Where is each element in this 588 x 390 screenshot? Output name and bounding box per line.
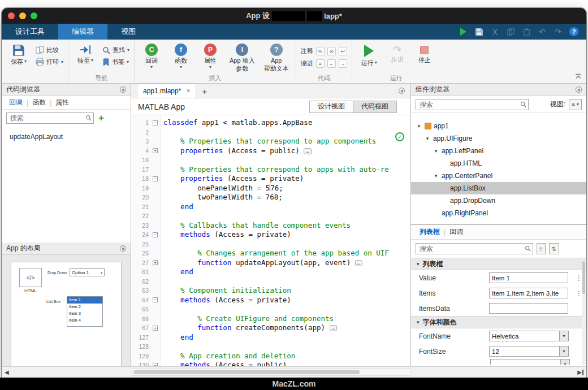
code-line[interactable]: 67+ function createComponents(app) … [131, 323, 410, 333]
step-button[interactable]: ↷ 步进 [386, 42, 409, 65]
fontsize-input[interactable] [489, 346, 559, 357]
tree-item[interactable]: ▾app.CenterPanel [411, 170, 586, 182]
clipped-property-input[interactable] [490, 359, 560, 365]
editor-horizontal-scrollbar[interactable] [132, 369, 410, 376]
code-line[interactable]: 63 % Component initialization [131, 286, 410, 296]
code-line[interactable]: 66 % Create UIFigure and components [131, 314, 410, 324]
code-line[interactable]: 1−classdef app1 < matlab.apps.AppBase [131, 118, 410, 128]
scroll-right-button[interactable]: ▶ [577, 369, 583, 375]
code-line[interactable]: 61 end [131, 267, 410, 277]
code-view-button[interactable]: 代码视图 [353, 101, 397, 113]
code-line[interactable]: 19 onePanelWidth = 576; [131, 184, 410, 193]
folded-code-ellipsis-icon[interactable]: … [330, 325, 337, 331]
code-analyzer-indicator[interactable]: ✓ [395, 132, 404, 141]
app-input-args-button[interactable]: I App 输入 参数 [227, 42, 257, 73]
tab-properties[interactable]: 属性 [51, 98, 73, 107]
chevron-down-icon[interactable]: ▾ [416, 123, 422, 129]
insert-callback-button[interactable]: C 回调 ▾ [139, 42, 164, 71]
code-line[interactable]: 25 [131, 240, 410, 249]
tree-item[interactable]: app.RightPanel [411, 207, 586, 219]
tab-callbacks[interactable]: 回调 [5, 98, 27, 107]
folded-code-ellipsis-icon[interactable]: … [304, 148, 311, 154]
fold-toggle-icon[interactable]: − [153, 120, 158, 125]
tab-functions[interactable]: 函数 [28, 98, 50, 107]
insert-property-button[interactable]: P 属性 ▾ [198, 42, 223, 71]
qa-save-button[interactable] [474, 27, 483, 36]
fold-toggle-icon[interactable]: − [153, 176, 158, 181]
layout-thumbnail[interactable]: </> HTML Drop Down Option 1 ▾ List Box I… [2, 255, 131, 366]
comment-button[interactable]: % [316, 47, 325, 55]
tree-item[interactable]: app.ListBox [411, 182, 586, 194]
code-line[interactable]: 16 [131, 155, 410, 165]
items-input[interactable] [489, 288, 568, 298]
qa-copy-button[interactable] [506, 27, 515, 36]
collapse-ribbon-button[interactable] [575, 72, 582, 82]
insert-function-button[interactable]: f 函数 ▾ [168, 42, 193, 71]
qa-paste-button[interactable] [522, 27, 531, 36]
compare-button[interactable]: 比较 [36, 46, 63, 54]
property-view-button[interactable]: ≡ [537, 243, 546, 254]
folded-code-ellipsis-icon[interactable]: … [355, 260, 362, 266]
chevron-down-icon[interactable]: ▾ [433, 173, 439, 179]
code-line[interactable]: 3 % Properties that correspond to app co… [131, 137, 410, 146]
view-mode-dropdown[interactable]: ≡ ▾ [569, 99, 582, 110]
component-search-input[interactable] [416, 99, 529, 110]
goto-button[interactable]: 转至▾ [73, 42, 98, 65]
bookmark-button[interactable]: 书签 ▾ [102, 58, 129, 66]
tree-item[interactable]: ▾app1 [411, 120, 586, 132]
qa-help-button[interactable]: ? [569, 27, 578, 36]
code-line[interactable]: 22 [131, 211, 410, 221]
add-callback-button[interactable]: + [98, 114, 104, 123]
code-line[interactable]: 4+ properties (Access = public) … [131, 146, 410, 156]
qa-undo-button[interactable]: ↶ [538, 27, 547, 36]
code-editor[interactable]: 1−classdef app1 < matlab.apps.AppBase23 … [131, 115, 410, 366]
fold-toggle-icon[interactable]: + [153, 326, 158, 331]
smart-indent-button[interactable]: ≡ [316, 59, 325, 68]
minimize-window-button[interactable] [19, 12, 26, 19]
scroll-left-button[interactable]: ◀ [5, 369, 9, 375]
app-help-text-button[interactable]: ? App 帮助文本 [262, 42, 291, 73]
code-line[interactable]: 65 [131, 305, 410, 314]
tree-item[interactable]: ▾app.UIFigure [411, 132, 586, 145]
inspector-tab-listbox[interactable]: 列表框 [416, 227, 444, 237]
stop-button[interactable]: 停止 [413, 42, 436, 66]
value-input[interactable] [489, 272, 568, 283]
indent-left-button[interactable]: ← [327, 59, 336, 68]
chevron-down-icon[interactable]: ▾ [433, 148, 439, 154]
tree-item[interactable]: app.DropDown [411, 194, 586, 207]
fold-toggle-icon[interactable]: + [153, 260, 158, 265]
chevron-down-icon[interactable]: ▾ [424, 136, 431, 141]
section-header[interactable]: ▾字体和颜色 [411, 316, 586, 328]
code-line[interactable]: 23 % Callbacks that handle component eve… [131, 221, 410, 231]
section-header[interactable]: ▾列表框 [411, 258, 586, 270]
close-icon[interactable]: × [186, 88, 190, 94]
property-search-input[interactable] [416, 243, 533, 254]
property-sort-button[interactable]: ⇅ [549, 243, 559, 254]
fold-toggle-icon[interactable]: − [153, 232, 158, 237]
callback-search-input[interactable] [6, 112, 94, 124]
list-item[interactable]: updateAppLayout [2, 131, 131, 142]
zoom-window-button[interactable] [31, 12, 37, 19]
inspector-tab-callbacks[interactable]: 回调 [446, 227, 467, 237]
new-tab-button[interactable]: + [202, 86, 207, 98]
qa-cut-button[interactable] [490, 27, 499, 36]
qa-run-button[interactable] [459, 27, 468, 36]
save-button[interactable]: 保存▾ [6, 42, 31, 66]
code-line[interactable]: 20 twoPanelWidth = 768; [131, 193, 410, 202]
fontname-input[interactable] [489, 331, 559, 341]
scrollbar-thumb[interactable] [582, 261, 585, 294]
run-button[interactable]: 运行▾ [357, 42, 382, 67]
uncomment-button[interactable]: ⊘ [327, 47, 336, 55]
indent-right-button[interactable]: → [339, 59, 347, 68]
dropdown-caret-icon[interactable]: ▾ [559, 346, 569, 357]
print-button[interactable]: 打印 ▾ [36, 58, 63, 66]
code-line[interactable]: 127 end [131, 333, 410, 343]
code-line[interactable]: 130− methods (Access = public) [131, 361, 410, 366]
panel-menu-icon[interactable] [120, 245, 126, 252]
design-view-button[interactable]: 设计视图 [309, 101, 353, 113]
panel-menu-icon[interactable] [120, 86, 126, 93]
editor-menu-icon[interactable] [399, 88, 405, 94]
code-line[interactable]: 17 % Properties that correspond to apps … [131, 165, 410, 175]
qa-redo-button[interactable]: ↷ [554, 27, 563, 36]
panel-menu-icon[interactable] [576, 86, 582, 93]
